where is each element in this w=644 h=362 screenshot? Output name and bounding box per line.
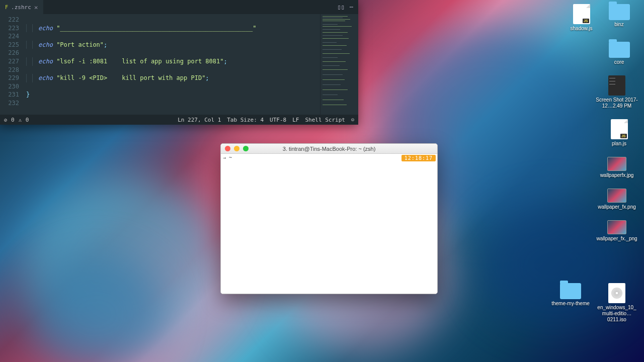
split-editor-icon[interactable]: ▯▯ (337, 4, 344, 11)
js-file-icon: JS (573, 4, 590, 24)
desktop-icon-label: Screen Shot 2017-12…2.49 PM (596, 97, 638, 109)
desktop-icon-theme-folder[interactable]: theme-my-theme (549, 283, 592, 323)
cursor-position[interactable]: Ln 227, Col 1 (178, 117, 221, 123)
terminal-body[interactable]: → ~ 12:18:17 (221, 154, 437, 294)
feedback-icon[interactable]: ☺ (351, 117, 354, 123)
document-icon: —————— (608, 75, 625, 96)
desktop-icons-bottom: theme-my-theme en_windows_10_multi-editi… (549, 283, 638, 323)
iso-file-icon (608, 283, 625, 303)
editor-statusbar: ⊘ 0 ⚠ 0 Ln 227, Col 1 Tab Size: 4 UTF-8 … (0, 115, 358, 125)
desktop-icon-core[interactable]: core (600, 42, 638, 65)
eol[interactable]: LF (292, 117, 299, 123)
desktop-icon-screenshot[interactable]: —————— Screen Shot 2017-12…2.49 PM (596, 75, 638, 109)
line-gutter: 222223 224225 226227 228229 230231 232 (0, 14, 23, 115)
desktop-icon-label: shadow.js (571, 26, 593, 32)
tab-filename: .zshrc (11, 4, 31, 11)
terminal-window: 3. tintran@Tins-MacBook-Pro: ~ (zsh) → ~… (220, 143, 438, 294)
terminal-prompt: → ~ (223, 155, 232, 160)
editor-tabbar: F .zshrc × ▯▯ ⋯ (0, 0, 358, 14)
image-file-icon (607, 189, 626, 203)
desktop-icon-windows-iso[interactable]: en_windows_10_multi-editio…0211.iso (596, 283, 638, 323)
desktop-icons: JS shadow.js binz core —————— Screen Sho… (562, 4, 638, 242)
more-icon[interactable]: ⋯ (350, 4, 353, 11)
desktop-icon-plan-js[interactable]: JS plan.js (600, 119, 638, 147)
encoding[interactable]: UTF-8 (270, 117, 286, 123)
terminal-titlebar[interactable]: 3. tintran@Tins-MacBook-Pro: ~ (zsh) (221, 144, 437, 154)
terminal-clock: 12:18:17 (401, 155, 436, 161)
desktop-icon-label: binz (614, 22, 623, 28)
desktop-icon-wallpaper-fx-png[interactable]: wallpaper_fx.png (596, 189, 638, 210)
desktop-icon-label: plan.js (612, 141, 626, 147)
js-file-icon: JS (611, 119, 628, 139)
desktop-icon-wallpaper-fx-png2[interactable]: wallpaper_fx._png (596, 220, 638, 242)
folder-icon (609, 42, 630, 58)
image-file-icon (607, 157, 626, 171)
language-mode[interactable]: Shell Script (305, 117, 345, 123)
desktop-icon-wallpaperfx-jpg[interactable]: wallpaperfx.jpg (596, 157, 638, 178)
desktop-icon-label: en_windows_10_multi-editio…0211.iso (596, 305, 638, 323)
folder-icon (560, 283, 581, 299)
minimap[interactable] (320, 14, 358, 115)
desktop-icon-label: core (614, 59, 624, 65)
image-file-icon (607, 220, 626, 234)
error-count: 0 (11, 117, 15, 123)
file-icon: F (5, 5, 8, 10)
warning-count: 0 (26, 117, 29, 123)
desktop-icon-label: theme-my-theme (551, 301, 590, 307)
code-editor-window: F .zshrc × ▯▯ ⋯ 222223 224225 226227 228… (0, 0, 358, 125)
desktop-icon-binz[interactable]: binz (600, 4, 638, 32)
desktop-icon-label: wallpaper_fx._png (596, 236, 637, 242)
terminal-title: 3. tintran@Tins-MacBook-Pro: ~ (zsh) (221, 146, 437, 152)
editor-body[interactable]: 222223 224225 226227 228229 230231 232 e… (0, 14, 358, 115)
warning-icon[interactable]: ⚠ (19, 117, 22, 123)
desktop-icon-shadow-js[interactable]: JS shadow.js (562, 4, 600, 32)
close-icon[interactable]: × (34, 4, 38, 11)
editor-tab-zshrc[interactable]: F .zshrc × (0, 0, 43, 14)
folder-icon (609, 4, 630, 20)
error-icon[interactable]: ⊘ (4, 117, 7, 123)
tab-size[interactable]: Tab Size: 4 (227, 117, 264, 123)
code-area[interactable]: echo "__________________________________… (23, 14, 320, 115)
desktop-icon-label: wallpaper_fx.png (598, 204, 636, 210)
desktop-icon-label: wallpaperfx.jpg (600, 172, 634, 178)
